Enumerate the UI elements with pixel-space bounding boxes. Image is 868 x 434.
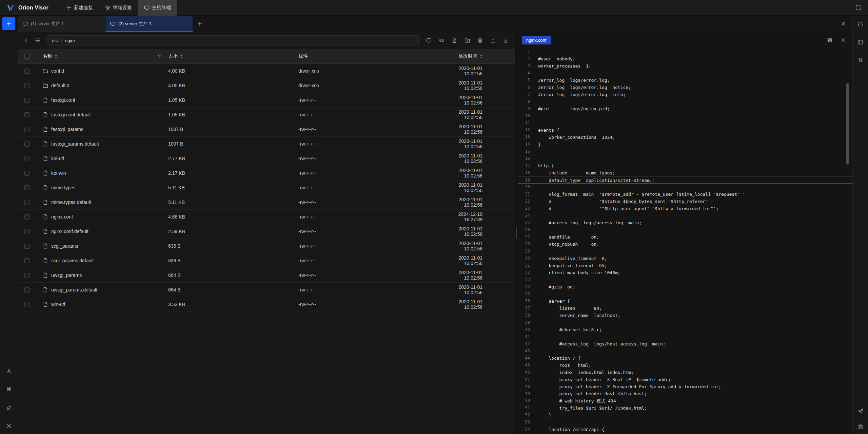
- list-view-icon[interactable]: [33, 36, 42, 45]
- table-row[interactable]: fastcgi_params1007 B-rw-r--r--2020-11-01…: [18, 122, 515, 137]
- file-name[interactable]: uwsgi_params: [51, 272, 82, 278]
- fold-marker-icon[interactable]: [530, 412, 537, 419]
- fold-marker-icon[interactable]: [530, 127, 537, 134]
- file-name[interactable]: fastcgi_params: [51, 127, 83, 132]
- file-name[interactable]: scgi_params: [51, 243, 78, 249]
- code-editor[interactable]: 12#user nobody;3worker_processes 1;45#er…: [518, 48, 852, 434]
- file-name[interactable]: koi-win: [51, 170, 66, 176]
- row-checkbox[interactable]: [24, 98, 29, 103]
- panel-splitter[interactable]: [515, 32, 518, 434]
- file-name[interactable]: conf.d: [51, 68, 64, 74]
- row-checkbox[interactable]: [24, 141, 29, 147]
- file-name[interactable]: default.d: [51, 83, 70, 88]
- fold-marker-icon[interactable]: [530, 426, 537, 433]
- menu-item-new-connection[interactable]: 新建连接: [60, 0, 99, 16]
- save-file-icon[interactable]: [826, 36, 833, 44]
- file-name[interactable]: scgi_params.default: [51, 258, 94, 263]
- send-icon[interactable]: [856, 407, 865, 415]
- terminal-tab[interactable]: (1) server-生产-1: [18, 16, 105, 32]
- close-editor-icon[interactable]: [840, 36, 847, 44]
- fold-marker-icon[interactable]: [530, 355, 537, 362]
- file-name[interactable]: nginx.conf.default: [51, 229, 88, 234]
- close-right-panel-icon[interactable]: [839, 19, 848, 28]
- file-name[interactable]: mime.types.default: [51, 200, 91, 205]
- row-checkbox[interactable]: [24, 83, 29, 88]
- row-checkbox[interactable]: [24, 156, 29, 161]
- table-row[interactable]: fastcgi.conf.default1.05 KB-rw-r--r--202…: [18, 108, 515, 122]
- row-checkbox[interactable]: [24, 258, 29, 263]
- table-row[interactable]: conf.d4.00 KBdrwxr-xr-x2020-11-01 10:02:…: [18, 64, 515, 78]
- editor-scrollbar-thumb[interactable]: [846, 83, 849, 165]
- refresh-icon[interactable]: [424, 36, 433, 45]
- fold-marker-icon[interactable]: [530, 162, 537, 169]
- row-checkbox[interactable]: [24, 200, 29, 205]
- table-row[interactable]: uwsgi_params664 B-rw-r--r--2020-11-01 10…: [18, 268, 515, 283]
- fold-marker-icon[interactable]: [530, 298, 537, 305]
- file-name[interactable]: nginx.conf: [51, 214, 73, 220]
- row-checkbox[interactable]: [24, 127, 29, 132]
- table-row[interactable]: mime.types5.11 KB-rw-r--r--2020-11-01 10…: [18, 181, 515, 195]
- select-all-checkbox[interactable]: [24, 54, 29, 59]
- table-row[interactable]: win-utf3.53 KB-rw-r--r--2020-11-01 10:02…: [18, 297, 515, 312]
- row-checkbox[interactable]: [24, 69, 29, 74]
- file-name[interactable]: mime.types: [51, 185, 76, 190]
- splitter-handle[interactable]: [516, 227, 517, 239]
- file-panel-icon[interactable]: [856, 38, 865, 46]
- terminal-tab[interactable]: (2) server-生产-1: [105, 16, 193, 32]
- file-name[interactable]: fastcgi.conf.default: [51, 112, 91, 117]
- row-checkbox[interactable]: [24, 171, 29, 176]
- breadcrumb-segment[interactable]: nginx: [65, 38, 76, 43]
- table-row[interactable]: scgi_params.default636 B-rw-r--r--2020-1…: [18, 253, 515, 268]
- new-connection-button[interactable]: [2, 17, 15, 30]
- shortcuts-icon[interactable]: ⌘: [5, 385, 13, 393]
- sort-name-control[interactable]: [55, 54, 57, 58]
- screenshot-icon[interactable]: [856, 422, 865, 431]
- row-checkbox[interactable]: [24, 287, 29, 293]
- row-checkbox[interactable]: [24, 244, 29, 249]
- upload-icon[interactable]: [489, 36, 497, 45]
- table-row[interactable]: default.d4.00 KBdrwxr-xr-x2020-11-01 10:…: [18, 78, 515, 93]
- delete-icon[interactable]: [476, 36, 485, 45]
- preview-icon[interactable]: [437, 36, 446, 45]
- file-name[interactable]: uwsgi_params.default: [51, 287, 97, 293]
- row-checkbox[interactable]: [24, 112, 29, 117]
- row-checkbox[interactable]: [24, 185, 29, 190]
- fold-marker-icon[interactable]: [530, 390, 537, 397]
- sort-time-control[interactable]: [480, 54, 482, 58]
- file-name[interactable]: fastcgi_params.default: [51, 141, 99, 147]
- table-row[interactable]: nginx.conf.default2.59 KB-rw-r--r--2020-…: [18, 224, 515, 239]
- new-file-icon[interactable]: [450, 36, 459, 45]
- breadcrumb[interactable]: etc/nginx: [46, 35, 419, 45]
- code-icon[interactable]: {}: [856, 20, 865, 29]
- table-row[interactable]: nginx.conf4.68 KB-rw-r--r--2024-12-10 16…: [18, 210, 515, 224]
- file-name[interactable]: win-utf: [51, 302, 65, 307]
- fullscreen-icon[interactable]: [854, 3, 863, 12]
- table-row[interactable]: mime.types.default5.11 KB-rw-r--r--2020-…: [18, 195, 515, 210]
- row-checkbox[interactable]: [24, 229, 29, 234]
- menu-item-host-terminal[interactable]: 主机终端: [138, 0, 177, 16]
- filter-icon[interactable]: [157, 54, 162, 59]
- file-name[interactable]: fastcgi.conf: [51, 97, 75, 103]
- transfer-icon[interactable]: [856, 56, 865, 64]
- table-row[interactable]: fastcgi.conf1.05 KB-rw-r--r--2020-11-01 …: [18, 93, 515, 108]
- editor-file-tab[interactable]: nginx.conf: [522, 36, 551, 44]
- table-row[interactable]: koi-utf2.77 KB-rw-r--r--2020-11-01 10:02…: [18, 151, 515, 166]
- row-checkbox[interactable]: [24, 302, 29, 307]
- table-row[interactable]: scgi_params636 B-rw-r--r--2020-11-01 10:…: [18, 239, 515, 253]
- theme-icon[interactable]: [5, 403, 13, 412]
- row-checkbox[interactable]: [24, 214, 29, 220]
- user-icon[interactable]: [5, 367, 13, 375]
- sort-size-control[interactable]: [180, 54, 183, 58]
- row-checkbox[interactable]: [24, 273, 29, 278]
- table-row[interactable]: uwsgi_params.default664 B-rw-r--r--2020-…: [18, 283, 515, 297]
- table-row[interactable]: koi-win2.17 KB-rw-r--r--2020-11-01 10:02…: [18, 166, 515, 181]
- file-name[interactable]: koi-utf: [51, 156, 64, 161]
- back-icon[interactable]: [22, 36, 31, 45]
- settings-icon[interactable]: [5, 422, 13, 430]
- add-tab-button[interactable]: [197, 21, 202, 26]
- breadcrumb-segment[interactable]: etc: [52, 38, 58, 43]
- menu-item-terminal-settings[interactable]: 终端设置: [99, 0, 138, 16]
- new-folder-icon[interactable]: [463, 36, 472, 45]
- download-icon[interactable]: [501, 36, 510, 45]
- table-row[interactable]: fastcgi_params.default1007 B-rw-r--r--20…: [18, 137, 515, 151]
